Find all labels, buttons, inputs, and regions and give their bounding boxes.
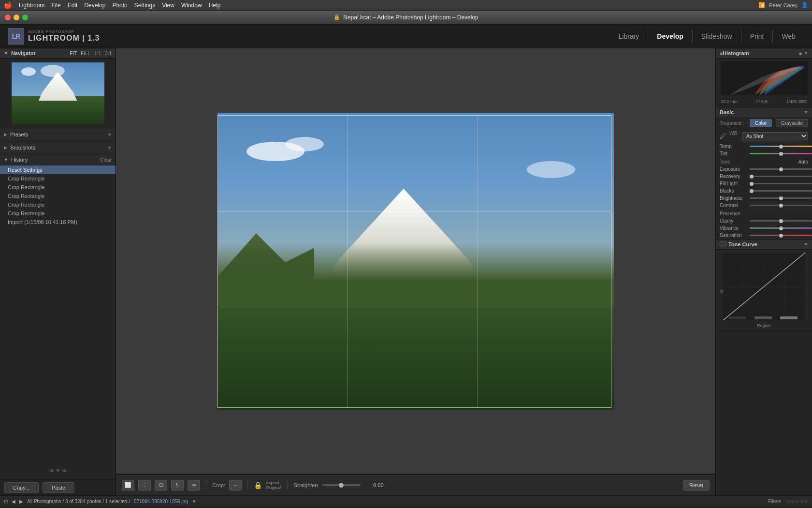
fill-light-slider[interactable]	[750, 183, 812, 184]
snapshots-section[interactable]: ▶ Snapshots +	[0, 141, 116, 154]
treatment-label: Treatment :	[720, 120, 744, 126]
tone-curve-point-icon[interactable]	[720, 289, 724, 293]
fill-light-row: Fill Light 0	[716, 180, 812, 187]
tab-slideshow[interactable]: Slideshow	[692, 30, 741, 43]
presets-add-button[interactable]: +	[108, 131, 112, 138]
filters-label: Filters	[768, 499, 781, 504]
tone-auto[interactable]: Auto	[798, 159, 808, 164]
green-hills	[218, 243, 614, 306]
treatment-color-button[interactable]: Color	[750, 119, 772, 127]
menu-view[interactable]: View	[162, 2, 174, 9]
menu-photo[interactable]: Photo	[112, 2, 127, 9]
maximize-button[interactable]	[22, 15, 28, 20]
temp-slider[interactable]	[750, 146, 812, 147]
crop-ratio-button[interactable]: ↔	[229, 480, 242, 491]
filmstrip-filename[interactable]: 071004-095920-1856.jpg	[134, 499, 188, 504]
saturation-slider[interactable]	[750, 235, 812, 236]
menu-settings[interactable]: Settings	[134, 2, 155, 9]
contrast-slider[interactable]	[750, 205, 812, 206]
nav-opt-1to1[interactable]: 1:1	[94, 51, 101, 56]
navigator-triangle: ▼	[4, 51, 8, 56]
apple-menu[interactable]: 🍎	[4, 1, 12, 9]
filmstrip-nav-right[interactable]: ▶	[19, 499, 23, 504]
clarity-slider[interactable]	[750, 220, 812, 222]
saturation-row: Saturation 0	[716, 232, 812, 239]
rotate-tool-button[interactable]: ↻	[171, 480, 184, 491]
exposure-label: Exposure	[720, 166, 748, 172]
history-item-crop2[interactable]: Crop Rectangle	[0, 183, 116, 192]
hist-shutter: 1/400 SEC	[786, 99, 807, 104]
tab-library[interactable]: Library	[610, 30, 648, 43]
tab-print[interactable]: Print	[741, 30, 773, 43]
navigator-header[interactable]: ▼ Navigator FIT FILL 1:1 3:1	[0, 48, 116, 59]
nav-opt-3to1[interactable]: 3:1	[105, 51, 112, 56]
minimize-button[interactable]	[14, 15, 19, 20]
hist-clip-highlights[interactable]: ■	[799, 51, 802, 56]
crop-tool-button[interactable]: ⬜	[122, 480, 134, 491]
basic-header[interactable]: Basic ▼	[716, 107, 812, 117]
hist-focal-length: 23.2 mm	[721, 99, 738, 104]
tint-label: Tint	[720, 151, 748, 156]
close-button[interactable]	[5, 15, 11, 20]
wb-eyedropper-icon[interactable]: 🖊	[720, 132, 726, 140]
flip-tool-button[interactable]: ⇔	[188, 480, 200, 491]
filmstrip-dropdown-icon[interactable]: ▼	[192, 499, 197, 504]
lr-adobe-text: ADOBE PHOTOSHOP	[28, 30, 100, 34]
treatment-row: Treatment : Color Grayscale	[716, 117, 812, 129]
tint-slider[interactable]	[750, 153, 812, 154]
treatment-grayscale-button[interactable]: Grayscale	[776, 119, 808, 127]
toolbar-separator-3	[287, 480, 288, 490]
blacks-slider[interactable]	[750, 190, 812, 192]
history-item-crop5[interactable]: Crop Rectangle	[0, 209, 116, 218]
tone-curve-toggle[interactable]	[720, 241, 725, 247]
history-clear-button[interactable]: Clear	[100, 157, 112, 163]
straighten-label: Straighten	[293, 482, 318, 488]
presets-section[interactable]: ▶ Presets +	[0, 128, 116, 141]
tone-curve-title: Tone Curve	[728, 241, 757, 247]
constrain-tool-button[interactable]: ⊡	[155, 480, 167, 491]
aspect-label: Aspect :	[266, 480, 282, 485]
history-triangle: ▼	[4, 157, 8, 162]
exposure-slider[interactable]	[750, 168, 812, 170]
menu-edit[interactable]: Edit	[68, 2, 78, 9]
reset-crop-button[interactable]: Reset	[683, 480, 710, 491]
menu-develop[interactable]: Develop	[84, 2, 105, 9]
basic-section: Basic ▼ Treatment : Color Grayscale 🖊 WB…	[716, 107, 812, 239]
temp-label: Temp	[720, 144, 748, 149]
history-item-crop4[interactable]: Crop Rectangle	[0, 200, 116, 209]
region-label: Region	[716, 323, 812, 330]
wifi-icon: 📶	[758, 2, 765, 8]
paste-button[interactable]: Paste	[43, 482, 74, 493]
menu-help[interactable]: Help	[209, 2, 221, 9]
aspect-control[interactable]: Aspect : Original	[266, 480, 282, 490]
exposure-row: Exposure 0.00	[716, 165, 812, 173]
straighten-slider[interactable]	[322, 484, 361, 486]
history-item-crop3[interactable]: Crop Rectangle	[0, 192, 116, 200]
presence-sub-label: Presence	[716, 209, 812, 217]
nav-opt-fit[interactable]: FIT	[70, 51, 77, 56]
tone-curve-section: Tone Curve ▼	[716, 239, 812, 330]
copy-paste-bar: Copy... Paste	[0, 479, 116, 495]
menu-lightroom[interactable]: Lightroom	[19, 2, 44, 9]
menu-file[interactable]: File	[51, 2, 60, 9]
history-item-import[interactable]: Import (1/15/08 10:41:18 PM)	[0, 218, 116, 226]
filmstrip-nav-left[interactable]: ◀	[12, 499, 15, 504]
svg-rect-11	[780, 316, 798, 319]
recovery-slider[interactable]	[750, 176, 812, 177]
filmstrip-nav-home[interactable]: ⊡	[4, 499, 8, 504]
histogram-title: Histogram	[723, 50, 749, 56]
tab-develop[interactable]: Develop	[648, 30, 692, 43]
straighten-slider-container	[322, 484, 361, 486]
copy-button[interactable]: Copy...	[4, 482, 39, 493]
menu-window[interactable]: Window	[181, 2, 202, 9]
history-item-reset[interactable]: Reset Settings	[0, 165, 116, 174]
history-item-crop1[interactable]: Crop Rectangle	[0, 174, 116, 183]
straighten-tool-button[interactable]: ⊹	[138, 480, 151, 491]
vibrance-slider[interactable]	[750, 227, 812, 229]
brightness-slider[interactable]	[750, 197, 812, 199]
nav-opt-fill[interactable]: FILL	[81, 51, 90, 56]
tab-web[interactable]: Web	[772, 30, 804, 43]
tone-label: Tone	[720, 159, 730, 164]
snapshots-add-button[interactable]: +	[108, 144, 112, 151]
wb-select[interactable]: As Shot	[742, 132, 808, 140]
